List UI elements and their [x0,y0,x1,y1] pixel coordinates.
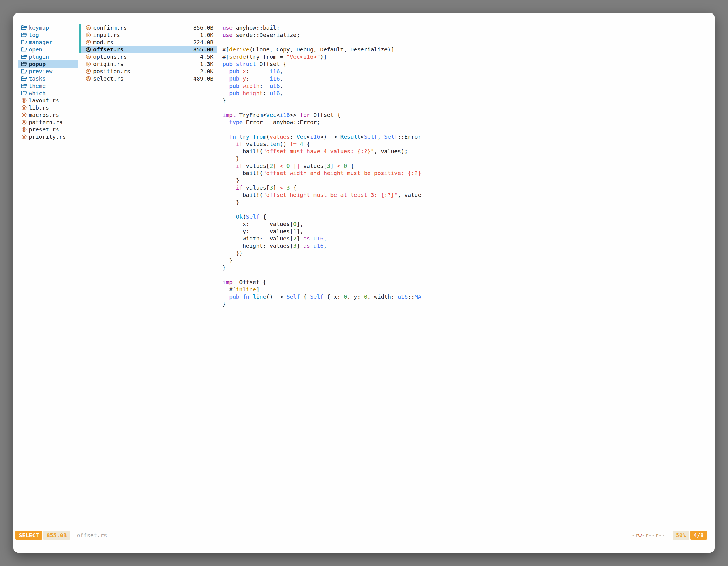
code-line: height: values[3] as u16, [222,242,710,250]
mode-badge: SELECT [15,531,42,540]
rust-file-icon: R [21,98,27,104]
file-size: 489.0B [193,75,213,82]
sidebar-item-which[interactable]: which [18,90,78,97]
code-line: if values[3] < 3 { [222,184,710,191]
file-size: 1.3K [200,60,213,68]
sidebar-item-tasks[interactable]: tasks [18,75,78,82]
code-line: use serde::Deserialize; [222,31,710,39]
sidebar-item-preview[interactable]: preview [18,68,78,75]
rust-file-icon: R [85,76,91,82]
status-bar: SELECT 855.0B offset.rs -rw-r--r-- 50% 4… [15,531,707,540]
pane-separator-middle [219,24,219,527]
svg-text:R: R [87,55,90,59]
code-line: pub height: u16, [222,90,710,97]
rust-file-icon: R [21,112,27,118]
file-row-origin-rs[interactable]: Rorigin.rs1.3K [81,60,217,68]
file-row-position-rs[interactable]: Rposition.rs2.0K [81,68,217,75]
file-name: origin.rs [93,60,123,68]
code-line: bail!("offset width and height must be p… [222,170,710,177]
sidebar-item-pattern-rs[interactable]: Rpattern.rs [18,119,78,126]
folder-icon [21,39,27,45]
sidebar-item-label: pattern.rs [29,119,62,126]
file-name: position.rs [93,68,130,75]
file-size: 1.0K [200,31,213,39]
code-line: } [222,97,710,104]
svg-text:R: R [87,77,90,81]
file-row-mod-rs[interactable]: Rmod.rs224.0B [81,39,217,46]
code-line: type Error = anyhow::Error; [222,119,710,126]
folder-icon [21,54,27,60]
rust-file-icon: R [21,119,27,125]
code-line: #[inline] [222,286,710,293]
sidebar-item-label: macros.rs [29,111,59,119]
folder-icon [21,47,27,53]
file-size: 856.0B [193,24,213,31]
folder-icon [21,25,27,31]
status-filename: offset.rs [77,532,107,539]
file-manager-window: keymaplogmanageropenpluginpopuppreviewta… [13,13,715,553]
file-size: 2.0K [200,68,213,75]
parent-directory-pane: keymaplogmanageropenpluginpopuppreviewta… [18,24,78,140]
sidebar-item-lib-rs[interactable]: Rlib.rs [18,104,78,111]
rust-file-icon: R [85,54,91,60]
svg-text:R: R [23,128,25,132]
svg-text:R: R [87,33,90,37]
code-line: bail!("offset must have 4 values: {:?}",… [222,148,710,155]
code-line [222,271,710,279]
sidebar-item-label: lib.rs [29,104,49,111]
folder-icon [21,76,27,82]
file-row-input-rs[interactable]: Rinput.rs1.0K [81,31,217,39]
sidebar-item-priority-rs[interactable]: Rpriority.rs [18,133,78,140]
code-line: fn try_from(values: Vec<i16>) -> Result<… [222,133,710,140]
current-directory-pane: Rconfirm.rs856.0BRinput.rs1.0KRmod.rs224… [79,24,219,82]
sidebar-item-manager[interactable]: manager [18,39,78,46]
code-line: pub struct Offset { [222,60,710,68]
sidebar-item-layout-rs[interactable]: Rlayout.rs [18,97,78,104]
code-line: pub fn line() -> Self { Self { x: 0, y: … [222,293,710,300]
sidebar-item-label: popup [29,60,46,68]
code-line: bail!("offset height must be at least 3:… [222,191,710,199]
code-line: impl TryFrom<Vec<i16>> for Offset { [222,111,710,119]
code-line: } [222,300,710,307]
rust-file-icon: R [85,32,91,38]
code-line: pub y: i16, [222,75,710,82]
file-name: select.rs [93,75,123,82]
sidebar-item-popup[interactable]: popup [18,60,78,68]
sidebar-item-log[interactable]: log [18,31,78,39]
code-line: Ok(Self { [222,213,710,220]
file-name: offset.rs [93,46,123,53]
file-row-select-rs[interactable]: Rselect.rs489.0B [81,75,217,82]
code-line [222,206,710,213]
rust-file-icon: R [85,25,91,31]
file-row-options-rs[interactable]: Roptions.rs4.5K [81,53,217,60]
sidebar-item-label: preview [29,68,52,75]
code-line [222,126,710,133]
sidebar-item-label: log [29,31,39,39]
code-line: impl Offset { [222,279,710,286]
file-name: mod.rs [93,39,113,46]
sidebar-item-label: tasks [29,75,46,82]
code-line: #[derive(Clone, Copy, Debug, Default, De… [222,46,710,53]
sidebar-item-label: layout.rs [29,97,59,104]
sidebar-item-preset-rs[interactable]: Rpreset.rs [18,126,78,133]
selection-marker [79,24,81,53]
file-row-offset-rs[interactable]: Roffset.rs855.0B [81,46,217,53]
sidebar-item-label: keymap [29,24,49,31]
sidebar-item-label: plugin [29,53,49,60]
sidebar-item-theme[interactable]: theme [18,82,78,90]
file-name: confirm.rs [93,24,127,31]
code-line: } [222,177,710,184]
sidebar-item-open[interactable]: open [18,46,78,53]
folder-icon [21,61,27,67]
folder-icon [21,90,27,96]
scroll-percent-badge: 50% [673,531,689,540]
sidebar-item-macros-rs[interactable]: Rmacros.rs [18,111,78,119]
svg-text:R: R [23,113,25,117]
sidebar-item-plugin[interactable]: plugin [18,53,78,60]
folder-icon [21,69,27,74]
code-line: } [222,257,710,264]
file-size: 4.5K [200,53,213,60]
file-row-confirm-rs[interactable]: Rconfirm.rs856.0B [81,24,217,31]
sidebar-item-keymap[interactable]: keymap [18,24,78,31]
svg-text:R: R [23,106,25,110]
